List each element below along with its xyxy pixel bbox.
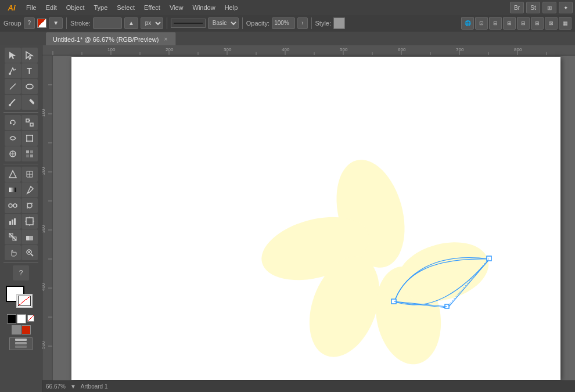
- svg-text:700: 700: [456, 47, 464, 52]
- stroke-color-swatch[interactable]: [16, 294, 33, 308]
- stroke-unit-select[interactable]: px: [141, 17, 163, 29]
- svg-point-34: [27, 203, 32, 208]
- color-mode-row-2: [12, 325, 31, 335]
- navigation-tools-row: [5, 245, 38, 260]
- warp-tool[interactable]: [5, 131, 21, 146]
- selection-tool[interactable]: [5, 48, 21, 63]
- column-graph-tool[interactable]: [5, 214, 21, 229]
- svg-text:500: 500: [340, 47, 348, 52]
- gray-swatch[interactable]: [12, 325, 21, 335]
- live-paint-tool[interactable]: [21, 146, 38, 161]
- artboard: [71, 57, 560, 380]
- color-swatch[interactable]: [37, 19, 46, 28]
- stroke-style-select[interactable]: Basic: [208, 17, 239, 29]
- eyedropper-tool[interactable]: [21, 182, 38, 197]
- left-toolbar: T: [0, 45, 42, 392]
- artboard-tool[interactable]: [21, 214, 38, 229]
- svg-rect-55: [15, 339, 27, 341]
- svg-rect-15: [32, 141, 33, 142]
- menu-object[interactable]: Object: [62, 3, 89, 12]
- brush-tools-row: [5, 95, 38, 110]
- free-transform-tool[interactable]: [21, 131, 38, 146]
- chart-icon[interactable]: ▦: [559, 17, 572, 30]
- shape-builder-tool[interactable]: [5, 146, 21, 161]
- perspective-grid-tool[interactable]: [5, 167, 21, 182]
- svg-point-5: [9, 104, 11, 106]
- svg-rect-41: [26, 218, 33, 225]
- svg-point-35: [27, 203, 28, 204]
- align-right-icon[interactable]: ⊟: [517, 17, 530, 30]
- stock-icon-btn[interactable]: St: [526, 2, 540, 13]
- svg-rect-58: [42, 45, 575, 56]
- stroke-up-btn[interactable]: ▲: [124, 17, 138, 29]
- menu-view[interactable]: View: [166, 3, 188, 12]
- pen-tool[interactable]: [5, 63, 21, 78]
- color-mode: ▼: [70, 383, 76, 390]
- canvas-area[interactable]: 100 200 300 400 500 600 700 800: [42, 45, 575, 392]
- black-swatch[interactable]: [7, 314, 16, 323]
- symbol-sprayer-tool[interactable]: [21, 198, 38, 213]
- ruler-vertical: 100 200 300 400 500: [42, 56, 53, 392]
- layers-icon-btn[interactable]: [9, 337, 33, 350]
- opacity-more-btn[interactable]: ›: [297, 17, 307, 29]
- zoom-tool[interactable]: [21, 245, 38, 260]
- hand-tool[interactable]: [5, 245, 21, 260]
- svg-rect-57: [15, 346, 27, 348]
- stroke-input[interactable]: [93, 17, 122, 29]
- align-center-h-icon[interactable]: ⊞: [503, 17, 516, 30]
- stroke-preview: [171, 19, 206, 28]
- separator-tools-1: [3, 112, 38, 113]
- menu-edit[interactable]: Edit: [42, 3, 61, 12]
- color-indicator-swatch[interactable]: [21, 325, 31, 335]
- slice-tool[interactable]: [5, 229, 21, 244]
- style-swatch[interactable]: [333, 17, 345, 29]
- svg-text:500: 500: [42, 341, 46, 349]
- svg-line-52: [31, 254, 33, 256]
- menu-select[interactable]: Select: [113, 3, 139, 12]
- menu-help[interactable]: Help: [221, 3, 242, 12]
- distribute-v-icon[interactable]: ⊠: [545, 17, 558, 30]
- star-icon-btn[interactable]: ✦: [559, 2, 573, 13]
- document-tab[interactable]: Untitled-1* @ 66.67% (RGB/Preview) ×: [46, 33, 175, 45]
- svg-rect-11: [27, 135, 33, 141]
- tab-close-btn[interactable]: ×: [162, 36, 169, 43]
- svg-rect-14: [26, 141, 27, 142]
- app-logo: Ai: [2, 1, 21, 15]
- svg-rect-40: [14, 218, 16, 225]
- line-segment-tool[interactable]: [5, 79, 21, 94]
- artboard-info: Artboard 1: [81, 383, 108, 390]
- menu-type[interactable]: Type: [90, 3, 112, 12]
- pencil-tool[interactable]: [21, 95, 38, 110]
- distribute-h-icon[interactable]: ⊞: [531, 17, 544, 30]
- none-swatch[interactable]: [27, 314, 35, 322]
- align-left-icon[interactable]: ⊟: [489, 17, 502, 30]
- direct-selection-tool[interactable]: [21, 48, 38, 63]
- menu-effect[interactable]: Effect: [140, 3, 164, 12]
- ellipse-tool[interactable]: [21, 79, 38, 94]
- question-tool[interactable]: ?: [13, 265, 29, 280]
- gradient-tool[interactable]: [5, 182, 21, 197]
- rotate-tool[interactable]: [5, 115, 21, 130]
- type-tool[interactable]: T: [21, 63, 38, 78]
- stroke-arrow-btn[interactable]: ▼: [49, 17, 63, 29]
- menu-window[interactable]: Window: [189, 3, 220, 12]
- mesh-tool[interactable]: [21, 167, 38, 182]
- svg-rect-20: [30, 150, 33, 153]
- paintbrush-tool[interactable]: [5, 95, 21, 110]
- grid-icon-btn[interactable]: ⊞: [542, 2, 556, 13]
- eraser-tool[interactable]: [21, 229, 38, 244]
- question-button[interactable]: ?: [24, 17, 35, 29]
- transform-icon[interactable]: ⊡: [475, 17, 488, 30]
- opacity-input[interactable]: [272, 17, 295, 29]
- scale-tool[interactable]: [21, 115, 38, 130]
- bridge-icon-btn[interactable]: Br: [510, 2, 524, 13]
- white-swatch[interactable]: [17, 314, 26, 323]
- globe-icon[interactable]: 🌐: [461, 17, 474, 30]
- svg-rect-30: [9, 188, 16, 192]
- separator-3: [242, 17, 243, 29]
- blend-tool[interactable]: [5, 198, 21, 213]
- options-bar: Group ? ▼ Stroke: ▲ px Basic Opacity: › …: [0, 15, 575, 31]
- menu-file[interactable]: File: [22, 3, 41, 12]
- ruler-horizontal: 100 200 300 400 500 600 700 800: [42, 45, 575, 56]
- pen-tools-row: T: [5, 63, 38, 78]
